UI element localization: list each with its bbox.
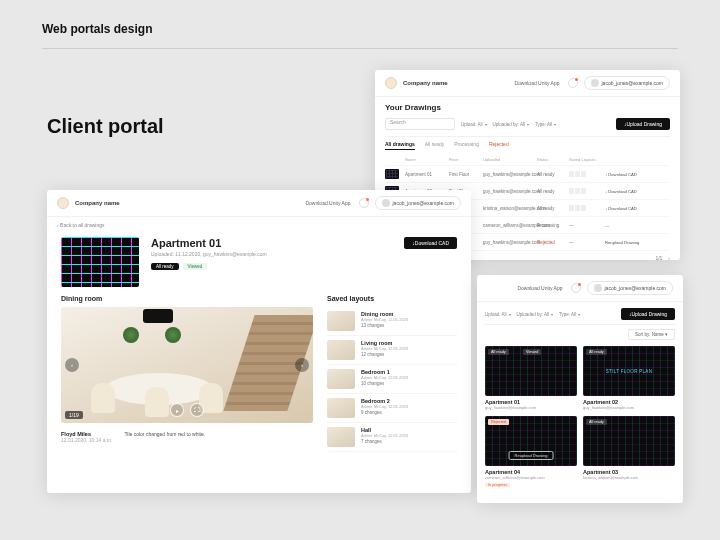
comment: Floyd Miles12.01.2020, 10:14 a.m. Tile c… xyxy=(61,431,313,443)
notifications-icon[interactable] xyxy=(571,283,581,293)
page-header: Web portals design xyxy=(42,22,152,36)
upload-drawing-button[interactable]: Upload Drawing xyxy=(616,118,670,130)
layout-item[interactable]: Living roomArlene McCoy, 12.01.202012 ch… xyxy=(327,336,457,365)
section-title: Client portal xyxy=(47,115,164,138)
notifications-icon[interactable] xyxy=(359,198,369,208)
status-tabs: All drawings All ready Processing Reject… xyxy=(385,141,670,150)
layouts-thumbs xyxy=(569,171,601,177)
user-email: jacob_jones@example.com xyxy=(602,80,664,86)
drawings-grid-panel: Download Unity App jacob_jones@example.c… xyxy=(477,275,683,503)
drawing-meta: Uploaded: 11.12.2020, guy_hawkins@exampl… xyxy=(151,251,267,257)
user-menu[interactable]: jacob_jones@example.com xyxy=(375,196,462,210)
comment-text: Tile color changed from red to white. xyxy=(124,431,205,443)
cad-preview[interactable] xyxy=(61,237,139,287)
drawing-title: Apartment 01 xyxy=(151,237,267,249)
filter-upload[interactable]: Upload: All xyxy=(461,122,487,127)
upload-drawing-button[interactable]: Upload Drawing xyxy=(621,308,675,320)
layout-item[interactable]: Dining roomArlene McCoy, 12.01.202013 ch… xyxy=(327,307,457,336)
download-cad-button[interactable]: Download CAD xyxy=(404,237,457,249)
room-title: Dining room xyxy=(61,295,313,302)
download-app-link[interactable]: Download Unity App xyxy=(517,285,562,291)
filter-uploader[interactable]: Uploaded by: All xyxy=(493,122,530,127)
th-layouts: Saved Layouts xyxy=(569,157,601,162)
download-cad-link[interactable]: ↓ Download CAD xyxy=(605,189,645,194)
sort-select[interactable]: Sort by: Name ▾ xyxy=(628,329,675,340)
user-menu[interactable]: jacob_jones@example.com xyxy=(587,281,674,295)
tab-ready[interactable]: All ready xyxy=(425,141,444,150)
saved-layouts-title: Saved layouts xyxy=(327,295,457,302)
page-label: 1/1 xyxy=(655,255,662,261)
drawing-card[interactable]: All readySTILT FLOOR PLAN Apartment 02gu… xyxy=(583,346,675,410)
status-badge-viewed: Viewed xyxy=(183,263,208,270)
header-divider xyxy=(42,48,678,49)
tab-rejected[interactable]: Rejected xyxy=(489,141,509,150)
page-next[interactable]: › xyxy=(668,255,670,261)
th-status: Status xyxy=(537,157,565,162)
reupload-button[interactable]: Reupload Drawing xyxy=(509,451,554,460)
download-cad-link[interactable]: ↓ Download CAD xyxy=(605,172,645,177)
layout-item[interactable]: Bedroom 1Arlene McCoy, 12.01.202010 chan… xyxy=(327,365,457,394)
drawing-card[interactable]: All readyViewed Apartment 01guy_hawkins@… xyxy=(485,346,577,410)
reupload-link[interactable]: Reupload Drawing xyxy=(605,240,645,245)
filter-type[interactable]: Type: All xyxy=(535,122,556,127)
avatar-icon xyxy=(591,79,599,87)
drawing-thumb xyxy=(385,169,399,179)
download-app-link[interactable]: Download Unity App xyxy=(514,80,559,86)
filter-upload[interactable]: Upload: All xyxy=(485,312,511,317)
search-input[interactable]: Search xyxy=(385,118,455,130)
drawing-card[interactable]: All ready Apartment 03kristina_watson@ex… xyxy=(583,416,675,487)
drawing-card[interactable]: RejectedReupload Drawing Apartment 04cam… xyxy=(485,416,577,487)
th-uploaded: Uploaded xyxy=(483,157,533,162)
company-name: Company name xyxy=(403,80,448,86)
th-name: Name xyxy=(405,157,445,162)
back-link[interactable]: Back to all drawings xyxy=(47,217,471,233)
layout-item[interactable]: HallArlene McCoy, 12.01.20207 changes xyxy=(327,423,457,452)
user-menu[interactable]: jacob_jones@example.com xyxy=(584,76,671,90)
photo-counter: 1/19 xyxy=(65,411,83,419)
progress-badge: In progress xyxy=(485,483,510,487)
drawing-detail-panel: Company name Download Unity App jacob_jo… xyxy=(47,190,471,493)
logo-icon xyxy=(57,197,69,209)
comment-time: 12.01.2020, 10:14 a.m. xyxy=(61,437,112,443)
expand-icon[interactable]: ⛶ xyxy=(190,403,204,417)
download-cad-link[interactable]: ↓ Download CAD xyxy=(605,206,645,211)
th-floor: Floor xyxy=(449,157,479,162)
topbar: Company name Download Unity App jacob_jo… xyxy=(375,70,680,97)
photo-next[interactable]: › xyxy=(295,358,309,372)
tab-processing[interactable]: Processing xyxy=(454,141,479,150)
layout-item[interactable]: Bedroom 2Arlene McCoy, 12.01.20209 chang… xyxy=(327,394,457,423)
table-row[interactable]: Apartment 01First Floorguy_hawkins@examp… xyxy=(385,166,670,183)
filter-uploader[interactable]: Uploaded by: All xyxy=(517,312,554,317)
room-photo[interactable]: ‹ › 1/19 ▸⛶ xyxy=(61,307,313,423)
tab-all[interactable]: All drawings xyxy=(385,141,415,150)
notifications-icon[interactable] xyxy=(568,78,578,88)
play-icon[interactable]: ▸ xyxy=(170,403,184,417)
photo-prev[interactable]: ‹ xyxy=(65,358,79,372)
download-app-link[interactable]: Download Unity App xyxy=(305,200,350,206)
logo-icon xyxy=(385,77,397,89)
user-email: jacob_jones@example.com xyxy=(393,200,455,206)
user-email: jacob_jones@example.com xyxy=(605,285,667,291)
filter-type[interactable]: Type: All xyxy=(559,312,580,317)
company-name: Company name xyxy=(75,200,120,206)
list-title: Your Drawings xyxy=(385,103,670,112)
status-badge-ready: All ready xyxy=(151,263,179,270)
